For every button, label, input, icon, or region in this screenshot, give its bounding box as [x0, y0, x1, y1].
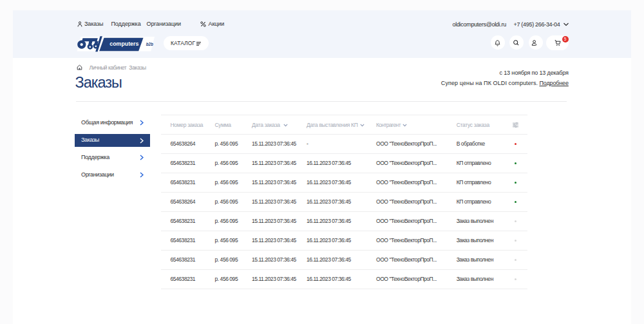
svg-text:b2b: b2b: [146, 41, 153, 47]
svg-text:computers: computers: [109, 40, 138, 47]
